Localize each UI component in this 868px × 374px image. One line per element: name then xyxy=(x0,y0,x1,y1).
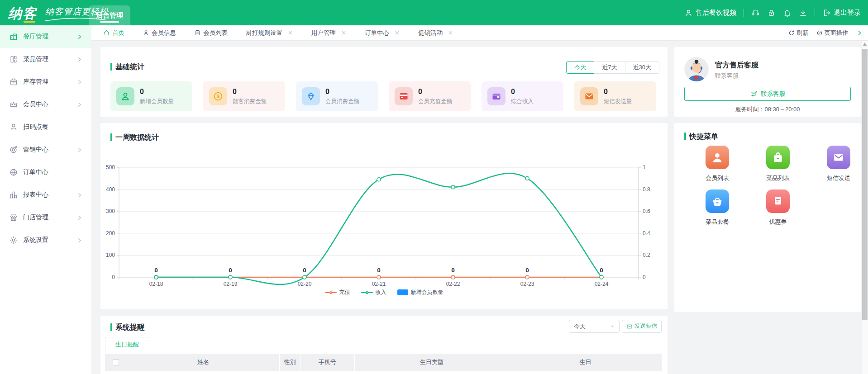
contact-service-label: 联系客服 xyxy=(761,90,785,98)
qbag-icon xyxy=(766,146,790,169)
close-icon[interactable] xyxy=(341,30,347,36)
tab-member-list[interactable]: 会员列表 xyxy=(194,29,228,37)
tab-order-center[interactable]: 订单中心 xyxy=(365,29,400,37)
quick-item-coupon[interactable]: 优惠券 xyxy=(748,188,808,226)
topbar-right: 售后餐饮视频 退出登录 xyxy=(684,0,861,25)
scrollbar-thumb[interactable] xyxy=(862,49,868,320)
sidebar-item-inventory-management[interactable]: 库存管理 xyxy=(0,71,91,93)
stat-value: 0 xyxy=(418,88,452,96)
sidebar-item-member-center[interactable]: 会员中心 xyxy=(0,93,91,116)
chevron-right-icon xyxy=(76,192,82,198)
page-ops-button[interactable]: 页面操作 xyxy=(816,29,848,37)
tab-user-management[interactable]: 用户管理 xyxy=(311,29,347,37)
close-icon[interactable] xyxy=(287,30,293,36)
svg-text:02-24: 02-24 xyxy=(595,281,609,287)
bell-icon[interactable] xyxy=(783,9,792,17)
svg-text:100: 100 xyxy=(106,252,115,258)
sidebar-item-dish-management[interactable]: 菜品管理 xyxy=(0,48,91,71)
filter-today-button[interactable]: 今天 xyxy=(566,61,594,74)
svg-text:02-22: 02-22 xyxy=(446,281,460,287)
chevron-right-icon xyxy=(76,237,82,243)
stat-card-5: 0短信发送量 xyxy=(574,81,656,111)
logout-label: 退出登录 xyxy=(834,9,861,17)
tab-label: 促销活动 xyxy=(418,29,443,37)
mail-icon xyxy=(626,323,633,330)
qbasket-icon xyxy=(706,189,729,213)
sidebar-item-scan-order[interactable]: 扫码点餐 xyxy=(0,116,91,138)
svg-text:0.2: 0.2 xyxy=(643,252,650,258)
refresh-button[interactable]: 刷新 xyxy=(788,29,808,37)
quick-menu-title: 快捷菜单 xyxy=(684,132,718,142)
contact-service-button[interactable]: 联系客服 xyxy=(684,87,851,101)
legend-item-新增会员数量[interactable]: 新增会员数量 xyxy=(397,289,444,296)
service-subtitle: 联系客服 xyxy=(715,72,739,80)
tab-label: 订单中心 xyxy=(365,29,389,37)
aftersale-video-link[interactable]: 售后餐饮视频 xyxy=(684,9,736,17)
sidebar-item-report-center[interactable]: 报表中心 xyxy=(0,184,91,206)
backend-management-tab[interactable]: 后台管理 xyxy=(89,5,130,25)
qcoupon-icon xyxy=(766,189,790,213)
tab-promotion[interactable]: 促销活动 xyxy=(418,29,453,37)
svg-text:500: 500 xyxy=(106,164,115,170)
close-icon[interactable] xyxy=(448,30,453,36)
dishes-icon xyxy=(9,55,18,64)
legend-label: 新增会员数量 xyxy=(411,289,444,296)
doc-icon xyxy=(194,29,201,36)
quick-item-dish-list[interactable]: 菜品列表 xyxy=(748,144,808,182)
tab-kitchen-print-rules[interactable]: 厨打规则设置 xyxy=(246,29,293,37)
legend-item-充值[interactable]: 充值 xyxy=(325,289,350,296)
quick-menu-panel: 快捷菜单 会员列表菜品列表短信发送菜品套餐优惠券 xyxy=(674,123,861,312)
download-icon[interactable] xyxy=(799,9,807,17)
wallet-icon xyxy=(487,87,506,105)
filter-last7-button[interactable]: 近7天 xyxy=(594,61,625,74)
svg-text:0: 0 xyxy=(377,267,381,274)
lock-icon[interactable] xyxy=(767,9,776,17)
scrollbar-up-arrow[interactable] xyxy=(863,43,867,46)
service-avatar xyxy=(684,57,709,81)
quick-item-member-list[interactable]: 会员列表 xyxy=(687,144,748,182)
svg-text:$: $ xyxy=(217,94,220,99)
close-icon[interactable] xyxy=(394,30,400,36)
sidebar-item-system-settings[interactable]: 系统设置 xyxy=(0,229,91,251)
sidebar-item-restaurant-management[interactable]: 餐厅管理 xyxy=(0,25,91,48)
send-sms-button[interactable]: 发送短信 xyxy=(622,320,662,333)
stat-label: 综合收入 xyxy=(511,98,534,105)
quick-item-sms-send[interactable]: 短信发送 xyxy=(808,144,868,182)
scanuser-icon xyxy=(9,123,18,132)
qmail-icon xyxy=(827,146,850,169)
sidebar-item-label: 会员中心 xyxy=(23,100,48,109)
logout-icon xyxy=(822,9,831,17)
birthday-reminder-tab[interactable]: 生日提醒 xyxy=(105,337,149,352)
system-reminder-panel: 系统提醒 今天 发送短信 生日提醒 姓名性别手机号生日类型生日 xyxy=(100,316,668,374)
store-icon xyxy=(9,213,18,222)
stat-card-4: 0综合收入 xyxy=(482,81,563,111)
tab-home[interactable]: 首页 xyxy=(103,29,124,37)
chevron-right-icon[interactable] xyxy=(856,30,863,36)
legend-item-收入[interactable]: 收入 xyxy=(361,289,386,296)
brand-logo: 纳客 xyxy=(8,5,37,23)
sidebar-item-label: 营销中心 xyxy=(23,146,48,154)
logout-button[interactable]: 退出登录 xyxy=(822,9,861,17)
chart-legend: 充值收入新增会员数量 xyxy=(100,289,668,296)
select-all-checkbox[interactable] xyxy=(113,359,119,365)
refresh-label: 刷新 xyxy=(796,29,808,37)
table-header-3: 生日类型 xyxy=(355,354,509,371)
quick-item-dish-combo[interactable]: 菜品套餐 xyxy=(687,188,748,226)
divider xyxy=(815,9,815,17)
sidebar-item-marketing-center[interactable]: 营销中心 xyxy=(0,138,91,161)
quick-item-label: 菜品列表 xyxy=(766,174,790,182)
diamond-icon xyxy=(302,87,320,105)
svg-text:0: 0 xyxy=(229,267,232,274)
legend-label: 收入 xyxy=(376,289,386,296)
basic-stats-panel: 基础统计 今天近7天近30天 0新增会员数量$0散客消费金额0会员消费金额0会员… xyxy=(100,47,668,117)
chevron-right-icon xyxy=(76,215,82,221)
tab-member-info[interactable]: 会员信息 xyxy=(143,29,176,37)
filter-last30-button[interactable]: 近30天 xyxy=(625,61,659,74)
reminder-date-select[interactable]: 今天 xyxy=(569,320,620,333)
legend-line-swatch xyxy=(361,292,373,293)
sidebar-item-store-management[interactable]: 门店管理 xyxy=(0,206,91,229)
svg-text:0: 0 xyxy=(154,267,158,274)
weekly-line-chart: 010020030040050000.20.40.60.8102-1802-19… xyxy=(100,123,668,309)
headset-icon[interactable] xyxy=(751,9,760,17)
sidebar-item-order-center[interactable]: 订单中心 xyxy=(0,161,91,184)
